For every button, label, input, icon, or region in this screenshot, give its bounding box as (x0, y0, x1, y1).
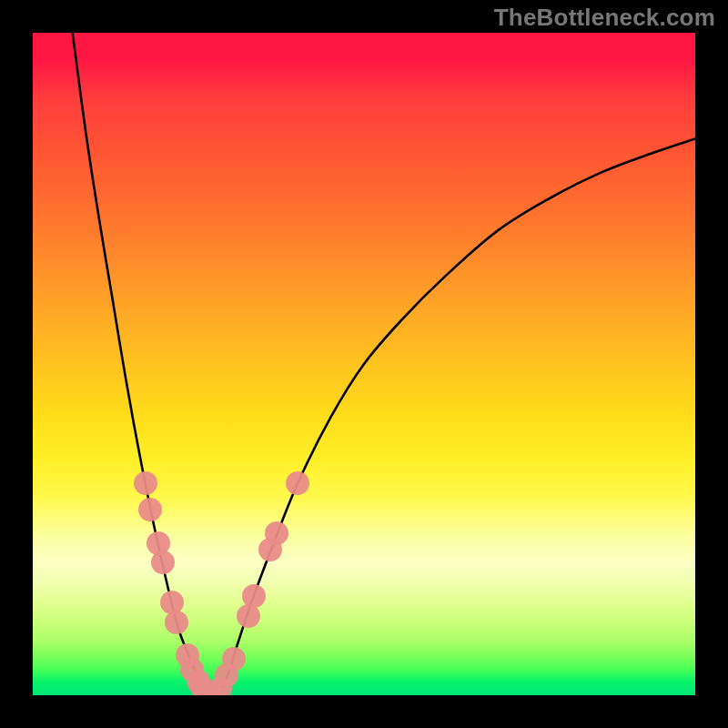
marker-dot (138, 498, 162, 521)
marker-dot (286, 471, 309, 495)
marker-dot (165, 611, 188, 634)
chart-markers (33, 33, 695, 695)
chart-plot-area (33, 33, 695, 695)
marker-dot (151, 551, 175, 574)
marker-dot (134, 471, 157, 495)
marker-dot (222, 647, 246, 671)
watermark-text: TheBottleneck.com (494, 4, 715, 32)
marker-dot (242, 584, 266, 608)
marker-dot (265, 521, 288, 545)
